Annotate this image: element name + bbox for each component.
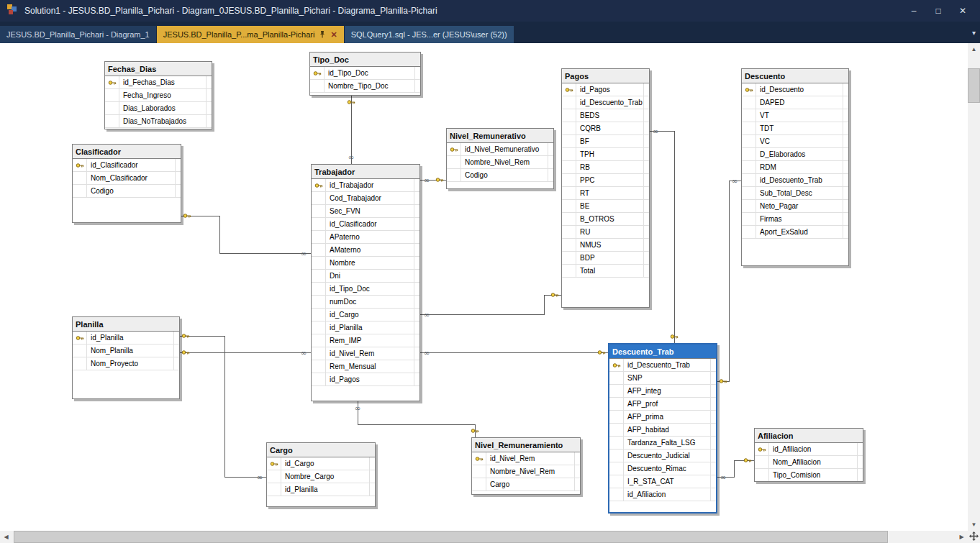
column-row[interactable]: AFP_prima <box>609 411 716 424</box>
table-Nivel_Remuneramiento[interactable]: Nivel_Remuneramientoid_Nivel_RemNombre_N… <box>471 437 581 495</box>
column-row[interactable]: BDP <box>562 252 649 265</box>
table-header[interactable]: Afiliacion <box>755 429 863 443</box>
column-row[interactable]: VC <box>742 135 848 148</box>
column-row[interactable]: TDT <box>742 122 848 135</box>
table-Fechas_Dias[interactable]: Fechas_Diasid_Fechas_DiasFecha_IngresoDi… <box>104 61 212 129</box>
table-header[interactable]: Nivel_Remunerativo <box>447 129 553 143</box>
column-row[interactable]: id_Afiliacion <box>755 443 863 456</box>
column-row[interactable]: id_Trabajador <box>312 179 419 192</box>
column-row[interactable]: Nombre_Tipo_Doc <box>310 80 420 93</box>
relationship-Planilla-Trabajador[interactable]: ∞ <box>180 349 311 357</box>
column-row[interactable]: Cod_Trabajador <box>312 192 419 205</box>
relationship-Afiliacion-Descuento_Trab[interactable]: ∞ <box>717 459 754 481</box>
table-Pagos[interactable]: Pagosid_Pagosid_Descuento_TrabBEDSCQRBBF… <box>561 68 650 308</box>
column-row[interactable]: Dias_NoTrabajados <box>105 115 212 128</box>
column-row[interactable]: Rem_IMP <box>312 334 419 347</box>
column-row[interactable]: Sec_FVN <box>312 205 419 218</box>
column-row[interactable]: id_Planilla <box>267 483 375 496</box>
column-row[interactable]: id_Clasificador <box>312 218 419 231</box>
table-Afiliacion[interactable]: Afiliacionid_AfiliacionNom_AfiliacionTip… <box>754 428 863 482</box>
column-row[interactable]: id_Descuento <box>742 83 848 96</box>
tab-diagram-1[interactable]: JESUS.BD_Planilla_Pichari - Diagram_1 <box>0 26 156 43</box>
column-row[interactable]: id_Cargo <box>267 457 375 470</box>
tab-sqlquery1[interactable]: SQLQuery1.sql - JES...er (JESUS\user (52… <box>345 26 514 43</box>
column-row[interactable]: id_Planilla <box>312 321 419 334</box>
table-header[interactable]: Descuento_Trab <box>609 344 716 359</box>
table-Tipo_Doc[interactable]: Tipo_Docid_Tipo_DocNombre_Tipo_Doc <box>309 52 421 96</box>
column-row[interactable]: RU <box>562 226 649 239</box>
horizontal-scroll-thumb[interactable] <box>14 531 888 543</box>
column-row[interactable]: numDoc <box>312 296 419 309</box>
column-row[interactable]: BEDS <box>562 109 649 122</box>
relationship-Descuento_Trab-Pagos[interactable]: ∞ <box>650 127 678 344</box>
relationship-Tipo_Doc-Trabajador[interactable]: ∞ <box>348 96 355 164</box>
column-row[interactable]: id_Afiliacion <box>609 488 716 501</box>
table-Planilla[interactable]: Planillaid_PlanillaNom_PlanillaNom_Proye… <box>72 316 180 399</box>
column-row[interactable]: Cargo <box>472 478 580 491</box>
column-row[interactable]: Nombre_Nivel_Rem <box>472 465 580 478</box>
table-header[interactable]: Pagos <box>562 69 649 83</box>
column-row[interactable]: Neto_Pagar <box>742 200 848 213</box>
table-header[interactable]: Nivel_Remuneramiento <box>472 438 580 452</box>
column-row[interactable]: RB <box>562 161 649 174</box>
relationship-Pagos-Trabajador[interactable]: ∞ <box>420 293 561 319</box>
horizontal-scroll-track[interactable] <box>12 531 956 543</box>
table-header[interactable]: Fechas_Dias <box>105 62 212 76</box>
column-row[interactable]: AFP_habitad <box>609 424 716 437</box>
column-row[interactable]: Descuento_Judicial <box>609 450 716 462</box>
column-row[interactable]: DAPED <box>742 96 848 109</box>
column-row[interactable]: PPC <box>562 174 649 187</box>
column-row[interactable]: SNP <box>609 372 716 385</box>
table-Clasificador[interactable]: Clasificadorid_ClasificadorNom_Clasifica… <box>72 144 181 223</box>
vertical-scroll-track[interactable] <box>968 55 980 519</box>
column-row[interactable]: AMaterno <box>312 244 419 257</box>
table-Descuento_Trab[interactable]: Descuento_Trabid_Descuento_TrabSNPAFP_in… <box>608 343 717 514</box>
relationship-Nivel_Remunerativo-Trabajador[interactable]: ∞ <box>420 176 446 184</box>
column-row[interactable]: AFP_integ <box>609 385 716 398</box>
table-header[interactable]: Tipo_Doc <box>310 53 420 67</box>
column-row[interactable]: D_Elaborados <box>742 148 848 161</box>
column-row[interactable]: Nom_Afiliacion <box>755 456 863 469</box>
column-row[interactable]: I_R_STA_CAT <box>609 475 716 488</box>
column-row[interactable]: Firmas <box>742 213 848 226</box>
column-row[interactable]: Total <box>562 265 649 278</box>
table-header[interactable]: Descuento <box>742 69 848 83</box>
column-row[interactable]: B_OTROS <box>562 213 649 226</box>
column-row[interactable]: Descuento_Rimac <box>609 462 716 475</box>
column-row[interactable]: BF <box>562 135 649 148</box>
close-button[interactable]: ✕ <box>951 2 974 19</box>
column-row[interactable]: RT <box>562 187 649 200</box>
column-row[interactable]: Sub_Total_Desc <box>742 187 848 200</box>
column-row[interactable]: APaterno <box>312 231 419 244</box>
vertical-scroll-thumb[interactable] <box>968 68 980 103</box>
tab-list-dropdown-icon[interactable]: ▾ <box>968 29 980 37</box>
column-row[interactable]: id_Pagos <box>312 373 419 386</box>
pan-button[interactable] <box>968 531 980 543</box>
column-row[interactable]: Nom_Planilla <box>73 344 179 357</box>
column-row[interactable]: AFP_prof <box>609 398 716 411</box>
scroll-down-icon[interactable]: ▼ <box>968 519 980 531</box>
restore-button[interactable]: □ <box>927 2 950 19</box>
column-row[interactable]: RDM <box>742 161 848 174</box>
column-row[interactable]: Nombre_Cargo <box>267 470 375 483</box>
column-row[interactable]: id_Nivel_Rem <box>312 347 419 360</box>
column-row[interactable]: Codigo <box>447 169 553 182</box>
pin-icon[interactable] <box>319 30 326 39</box>
relationship-Clasificador-Trabajador[interactable]: ∞ <box>181 214 311 257</box>
relationship-Planilla-Cargo[interactable]: ∞ <box>180 334 266 481</box>
column-row[interactable]: id_Fechas_Dias <box>105 76 212 89</box>
minimize-button[interactable]: – <box>902 2 925 19</box>
column-row[interactable]: id_Tipo_Doc <box>312 283 419 296</box>
tab-close-icon[interactable]: ✕ <box>330 30 337 40</box>
scroll-right-icon[interactable]: ▶ <box>956 531 968 543</box>
column-row[interactable]: Dni <box>312 270 419 283</box>
column-row[interactable]: id_Pagos <box>562 83 649 96</box>
column-row[interactable]: NMUS <box>562 239 649 252</box>
column-row[interactable]: Nom_Proyecto <box>73 357 179 370</box>
column-row[interactable]: Dias_Laborados <box>105 102 212 115</box>
scroll-up-icon[interactable]: ▲ <box>968 43 980 55</box>
column-row[interactable]: id_Nivel_Remunerativo <box>447 143 553 156</box>
horizontal-scrollbar[interactable]: ◀ ▶ <box>0 531 968 543</box>
diagram-canvas[interactable]: ∞∞∞∞∞∞∞∞∞∞∞ Fechas_Diasid_Fechas_DiasFec… <box>0 43 968 531</box>
column-row[interactable]: VT <box>742 109 848 122</box>
